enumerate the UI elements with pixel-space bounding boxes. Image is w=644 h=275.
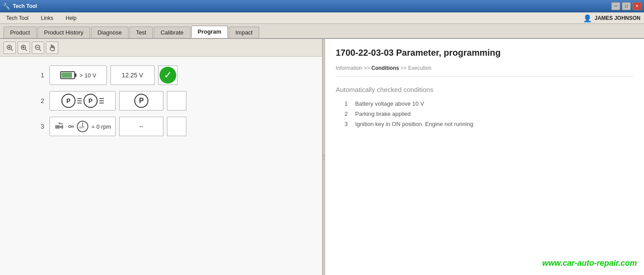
zoom-out-button[interactable] xyxy=(32,42,44,54)
toolbar: + xyxy=(0,39,322,57)
close-button[interactable]: ✕ xyxy=(633,2,641,10)
parking-brake-icon: P xyxy=(61,94,76,108)
engine-icon xyxy=(54,121,66,132)
tab-calibrate[interactable]: Calibrate xyxy=(154,27,190,38)
svg-line-1 xyxy=(11,49,13,51)
title-bar-left: 🔧 Tech Tool xyxy=(3,3,37,10)
condition-value-3: -- xyxy=(119,117,163,136)
lines-left xyxy=(77,98,82,103)
lines-right xyxy=(99,98,104,103)
battery-icon xyxy=(60,70,77,80)
svg-rect-13 xyxy=(75,73,76,77)
main-content: + 1 xyxy=(0,39,644,275)
user-icon: 👤 xyxy=(583,14,592,23)
breadcrumb-separator-2: >> xyxy=(401,65,408,71)
list-item-number-3: 3 xyxy=(345,121,352,127)
tab-test[interactable]: Test xyxy=(129,27,153,38)
condition-number-2: 2 xyxy=(35,97,44,104)
rpm-value-label: = 0 rpm xyxy=(91,123,111,130)
watermark: www.car-auto-repair.com xyxy=(542,259,637,268)
minimize-button[interactable]: ─ xyxy=(611,2,620,10)
conditions-list: 1 Battery voltage above 10 V 2 Parking b… xyxy=(336,100,633,127)
svg-text:rpm: rpm xyxy=(79,126,84,129)
title-bar: 🔧 Tech Tool ─ □ ✕ xyxy=(0,0,644,12)
app-icon: 🔧 xyxy=(3,3,10,10)
svg-rect-17 xyxy=(60,123,63,124)
nav-tabs: Product Product History Diagnose Test Ca… xyxy=(0,24,644,39)
svg-line-5 xyxy=(25,49,27,51)
list-item-text-2: Parking brake applied xyxy=(355,111,411,117)
condition-number-3: 3 xyxy=(35,123,44,130)
tab-product[interactable]: Product xyxy=(4,27,37,38)
condition-number-1: 1 xyxy=(35,72,44,79)
breadcrumb-conditions: Conditions xyxy=(371,65,399,71)
svg-line-10 xyxy=(39,49,41,51)
left-panel: + 1 xyxy=(0,39,322,275)
rpm-dial-icon: rpm xyxy=(76,120,89,133)
restore-button[interactable]: □ xyxy=(622,2,631,10)
parking-brake-icon-2: P xyxy=(83,94,98,108)
section-title: Automatically checked conditions xyxy=(336,86,633,93)
zoom-fit-button[interactable] xyxy=(4,42,16,54)
condition-row-2: 2 P P xyxy=(35,91,313,111)
page-title: 1700-22-03-03 Parameter, programming xyxy=(336,48,633,58)
tab-product-history[interactable]: Product History xyxy=(38,27,90,38)
condition-icon-parking: P P xyxy=(49,91,116,111)
svg-rect-14 xyxy=(61,73,72,78)
breadcrumb-information: Information xyxy=(336,65,362,71)
tab-program[interactable]: Program xyxy=(191,26,228,38)
condition-icon-engine: On rpm = 0 rpm xyxy=(49,117,116,136)
condition-status-3 xyxy=(167,117,186,136)
battery-threshold-label: > 10 V xyxy=(80,72,96,79)
condition-value-1: 12.25 V xyxy=(110,65,155,85)
breadcrumb-separator-1: >> xyxy=(364,65,371,71)
menu-item-techtool[interactable]: Tech Tool xyxy=(4,14,31,22)
hand-tool-button[interactable] xyxy=(46,42,58,54)
tab-impact[interactable]: Impact xyxy=(229,27,259,38)
list-item-text-3: Ignition key in ON position. Engine not … xyxy=(355,121,473,127)
check-icon: ✓ xyxy=(159,67,176,84)
svg-rect-19 xyxy=(61,125,63,129)
breadcrumb-execution: Execution xyxy=(408,65,432,71)
list-item-number-2: 2 xyxy=(345,111,352,117)
list-item-3: 3 Ignition key in ON position. Engine no… xyxy=(345,121,633,127)
condition-status-1: ✓ xyxy=(158,65,178,85)
svg-text:+: + xyxy=(22,45,24,49)
conditions-panel: 1 > 10 V 12.25 V ✓ xyxy=(0,57,322,151)
list-item-text-1: Battery voltage above 10 V xyxy=(355,100,424,107)
condition-status-2 xyxy=(167,91,186,111)
condition-icon-battery: > 10 V xyxy=(49,65,107,85)
user-bar: 👤 JAMES JOHNSON xyxy=(583,12,640,24)
title-bar-buttons: ─ □ ✕ xyxy=(611,2,641,10)
breadcrumb: Information >> Conditions >> Execution xyxy=(336,65,633,77)
menu-item-links[interactable]: Links xyxy=(38,14,56,22)
condition-row-3: 3 On rpm xyxy=(35,117,313,136)
zoom-in-button[interactable]: + xyxy=(18,42,30,54)
list-item-2: 2 Parking brake applied xyxy=(345,111,633,117)
on-label: On xyxy=(68,124,74,129)
menu-bar: Tech Tool Links Help 👤 JAMES JOHNSON xyxy=(0,12,644,24)
menu-item-help[interactable]: Help xyxy=(63,14,80,22)
right-panel: 1700-22-03-03 Parameter, programming Inf… xyxy=(325,39,644,275)
user-name: JAMES JOHNSON xyxy=(595,15,640,21)
list-item-1: 1 Battery voltage above 10 V xyxy=(345,100,633,107)
parking-value-icon: P xyxy=(134,94,148,108)
tab-diagnose[interactable]: Diagnose xyxy=(91,27,129,38)
condition-value-2: P xyxy=(119,91,163,111)
window-title: Tech Tool xyxy=(13,3,37,9)
list-item-number-1: 1 xyxy=(345,100,352,107)
condition-row-1: 1 > 10 V 12.25 V ✓ xyxy=(35,65,313,85)
